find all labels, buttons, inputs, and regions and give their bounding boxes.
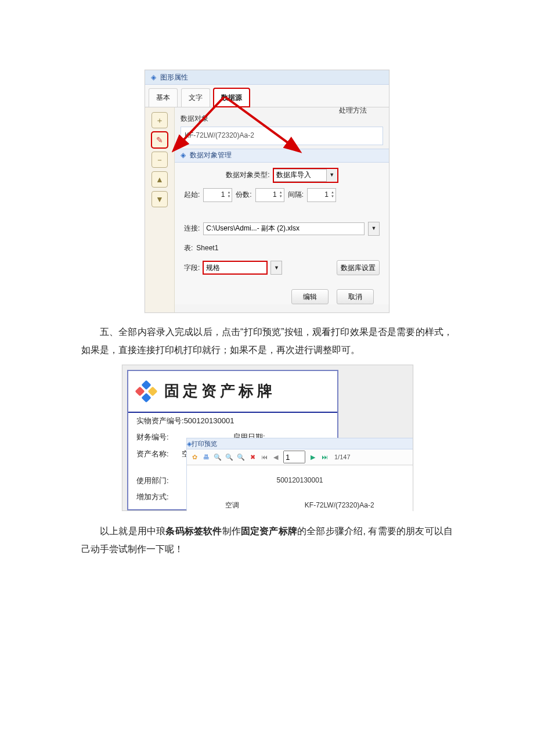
app-icon: ◈ bbox=[149, 73, 158, 82]
next-page-icon[interactable]: ▶ bbox=[309, 453, 317, 461]
type-select[interactable] bbox=[273, 169, 327, 182]
inner-window-title: 数据对象管理 bbox=[190, 149, 232, 162]
count-label: 份数: bbox=[236, 188, 251, 201]
asset-name-label: 资产名称: bbox=[136, 447, 182, 471]
conn-label: 连接: bbox=[184, 222, 200, 235]
paragraph-ending: 以上就是用中琅条码标签软件制作固定资产标牌的全部步骤介绍, 有需要的朋友可以自己… bbox=[81, 523, 453, 558]
table-value: Sheet1 bbox=[196, 242, 218, 255]
window-title: 图形属性 bbox=[160, 71, 188, 84]
stage-spec: KF-72LW/(72320)Aa-2 bbox=[305, 499, 374, 512]
screenshot-graphic-properties: ◈ 图形属性 基本 文字 数据源 处理方法 ＋ ✎ － ▲ ▼ 数据对象 KF-… bbox=[145, 70, 389, 313]
close-icon[interactable]: ✖ bbox=[248, 453, 257, 461]
gap-spin[interactable]: 1 bbox=[307, 188, 336, 202]
cog-icon[interactable]: ✿ bbox=[190, 453, 199, 461]
page-number-input[interactable] bbox=[283, 451, 305, 463]
plus-icon[interactable]: ＋ bbox=[151, 112, 168, 128]
print-preview-window: ◈ 打印预览 ✿ 🖶 🔍 🔍 🔍 ✖ ⏮ ◀ ▶ ⏭ bbox=[186, 438, 413, 510]
zoom-out-icon[interactable]: 🔍 bbox=[237, 453, 245, 461]
chevron-down-icon[interactable]: ▼ bbox=[327, 168, 338, 182]
logo-icon bbox=[136, 381, 156, 401]
data-object-group-label: 数据对象 bbox=[181, 112, 383, 125]
preview-stage: 500120130001 空调 KF-72LW/(72320)Aa-2 bbox=[187, 465, 413, 516]
app-icon: ◈ bbox=[178, 151, 187, 160]
tab-text[interactable]: 文字 bbox=[181, 88, 210, 107]
stage-asset-name: 空调 bbox=[225, 499, 239, 512]
prev-page-icon[interactable]: ◀ bbox=[272, 453, 280, 461]
preview-toolbar: ✿ 🖶 🔍 🔍 🔍 ✖ ⏮ ◀ ▶ ⏭ 1/147 bbox=[187, 449, 413, 465]
card-title: 固定资产标牌 bbox=[164, 377, 276, 405]
zoom-in-icon[interactable]: 🔍 bbox=[214, 453, 222, 461]
app-icon: ◈ bbox=[187, 438, 192, 450]
last-page-icon[interactable]: ⏭ bbox=[320, 453, 329, 461]
count-spin[interactable]: 1 bbox=[255, 188, 284, 202]
print-preview-title: 打印预览 bbox=[192, 438, 217, 450]
db-settings-button[interactable]: 数据库设置 bbox=[337, 260, 380, 275]
tab-datasource[interactable]: 数据源 bbox=[214, 88, 250, 107]
data-object-manage-panel: ◈ 数据对象管理 数据对象类型: ▼ 起始: 1 份数: bbox=[175, 149, 389, 305]
asset-no-value: 500120130001 bbox=[184, 414, 234, 429]
conn-input[interactable] bbox=[203, 222, 365, 235]
field-select[interactable] bbox=[203, 261, 267, 274]
window-titlebar: ◈ 图形属性 bbox=[145, 70, 389, 85]
tab-basic[interactable]: 基本 bbox=[149, 88, 178, 107]
pencil-icon[interactable]: ✎ bbox=[151, 132, 168, 148]
chevron-down-icon[interactable]: ▼ bbox=[368, 222, 380, 236]
fin-no-label: 财务编号: bbox=[136, 430, 182, 445]
dept-label: 使用部门: bbox=[136, 474, 182, 488]
add-mode-label: 增加方式: bbox=[136, 490, 182, 505]
page-indicator: 1/147 bbox=[334, 451, 351, 463]
minus-icon[interactable]: － bbox=[151, 152, 168, 168]
cancel-button[interactable]: 取消 bbox=[337, 289, 374, 304]
field-label: 字段: bbox=[184, 261, 200, 275]
paragraph-step5: 五、全部内容录入完成以后，点击“打印预览”按钮，观看打印效果是否是需要的样式，如… bbox=[81, 323, 453, 359]
arrow-up-icon[interactable]: ▲ bbox=[151, 171, 168, 188]
edit-button[interactable]: 编辑 bbox=[291, 289, 329, 304]
stage-asset-no: 500120130001 bbox=[276, 474, 323, 487]
start-spin[interactable]: 1 bbox=[203, 188, 232, 202]
arrow-down-icon[interactable]: ▼ bbox=[151, 191, 168, 207]
gap-label: 间隔: bbox=[288, 188, 304, 201]
side-toolbar: ＋ ✎ － ▲ ▼ bbox=[145, 107, 175, 313]
screenshot-print-preview: 固定资产标牌 实物资产编号:500120130001 财务编号: 启用日期: 资… bbox=[122, 365, 413, 511]
first-page-icon[interactable]: ⏮ bbox=[260, 453, 268, 461]
chevron-down-icon[interactable]: ▼ bbox=[270, 261, 282, 275]
start-label: 起始: bbox=[184, 188, 200, 201]
table-label: 表: bbox=[184, 242, 193, 255]
print-icon[interactable]: 🖶 bbox=[202, 453, 210, 461]
type-label: 数据对象类型: bbox=[226, 168, 269, 182]
zoom-fit-icon[interactable]: 🔍 bbox=[225, 453, 233, 461]
data-object-list[interactable]: KF-72LW/(72320)Aa-2 bbox=[181, 127, 383, 145]
asset-no-label: 实物资产编号: bbox=[136, 414, 184, 429]
